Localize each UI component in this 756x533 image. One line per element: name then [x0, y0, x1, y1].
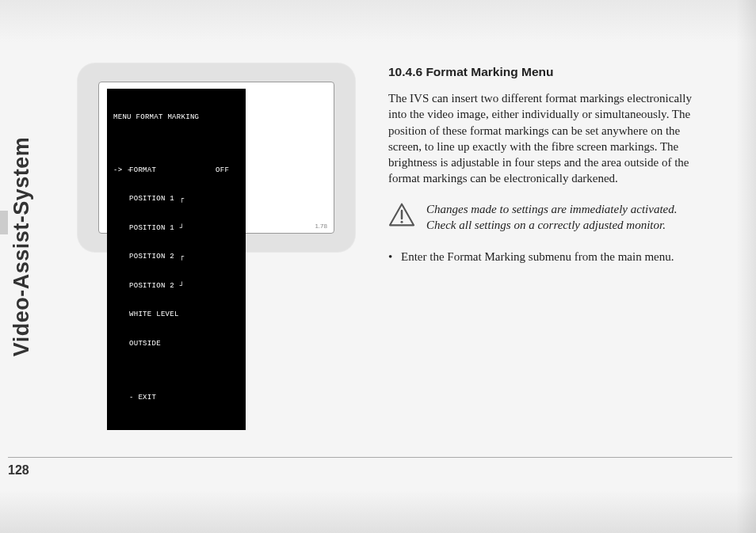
- osd-menu-title: MENU FORMAT MARKING: [113, 112, 239, 122]
- firmware-version: 1.78: [315, 223, 327, 230]
- svg-point-2: [401, 220, 403, 223]
- osd-menu-row: WHITE LEVEL: [113, 310, 239, 319]
- content-column: 10.4.6 Format Marking Menu The IVS can i…: [388, 65, 705, 265]
- section-heading: 10.4.6 Format Marking Menu: [388, 65, 705, 79]
- page-edge-shadow: [736, 0, 756, 533]
- screen-frame: MENU FORMAT MARKING -> - FORMAT OFF POSI…: [98, 82, 334, 234]
- side-label: Video-Assist-System: [8, 32, 36, 462]
- body-paragraph: The IVS can insert two different format …: [388, 90, 705, 187]
- instruction-list: Enter the Format Marking submenu from th…: [388, 249, 705, 265]
- page-number: 128: [8, 463, 29, 478]
- warning-icon: [388, 203, 415, 230]
- side-label-text: Video-Assist-System: [10, 137, 35, 357]
- page-tab: [0, 211, 8, 234]
- osd-menu-row: -> - FORMAT OFF: [113, 166, 239, 175]
- osd-menu-row: POSITION 1 ┌: [113, 194, 239, 204]
- page-rule: [8, 457, 732, 458]
- osd-menu-row: POSITION 2 ┌: [113, 252, 239, 261]
- osd-menu-row: OUTSIDE: [113, 339, 239, 348]
- osd-menu-row: POSITION 2 ┘: [113, 281, 239, 291]
- osd-menu-exit: - EXIT: [113, 393, 239, 402]
- warning-note: Changes made to settings are immediately…: [388, 201, 705, 234]
- osd-menu-row: POSITION 1 ┘: [113, 223, 239, 233]
- instruction-item: Enter the Format Marking submenu from th…: [388, 249, 705, 265]
- osd-menu: MENU FORMAT MARKING -> - FORMAT OFF POSI…: [107, 89, 246, 430]
- menu-screenshot-figure: MENU FORMAT MARKING -> - FORMAT OFF POSI…: [78, 63, 355, 252]
- warning-text: Changes made to settings are immediately…: [426, 201, 705, 234]
